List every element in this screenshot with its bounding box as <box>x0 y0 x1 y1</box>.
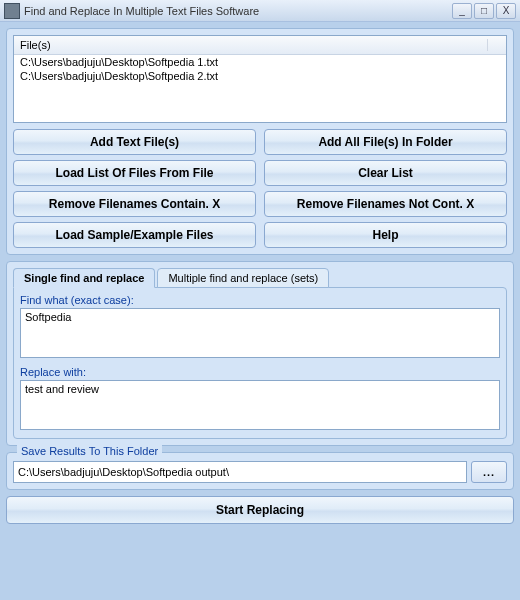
titlebar: Find and Replace In Multiple Text Files … <box>0 0 520 22</box>
replace-label: Replace with: <box>20 366 500 378</box>
file-row[interactable]: C:\Users\badjuju\Desktop\Softpedia 1.txt <box>14 55 506 69</box>
remove-contain-button[interactable]: Remove Filenames Contain. X <box>13 191 256 217</box>
find-replace-panel: Single find and replace Multiple find an… <box>6 261 514 446</box>
window-title: Find and Replace In Multiple Text Files … <box>24 5 450 17</box>
file-list-header[interactable]: File(s) <box>14 36 506 55</box>
save-folder-fieldset: Save Results To This Folder ... <box>6 452 514 490</box>
tab-multiple[interactable]: Multiple find and replace (sets) <box>157 268 329 288</box>
file-list[interactable]: File(s) C:\Users\badjuju\Desktop\Softped… <box>13 35 507 123</box>
app-icon <box>4 3 20 19</box>
minimize-button[interactable]: _ <box>452 3 472 19</box>
file-row[interactable]: C:\Users\badjuju\Desktop\Softpedia 2.txt <box>14 69 506 83</box>
file-panel: File(s) C:\Users\badjuju\Desktop\Softped… <box>6 28 514 255</box>
replace-input[interactable] <box>20 380 500 430</box>
browse-button[interactable]: ... <box>471 461 507 483</box>
save-path-input[interactable] <box>13 461 467 483</box>
main-panel: File(s) C:\Users\badjuju\Desktop\Softped… <box>0 22 520 600</box>
find-label: Find what (exact case): <box>20 294 500 306</box>
save-folder-legend: Save Results To This Folder <box>17 445 162 457</box>
load-list-button[interactable]: Load List Of Files From File <box>13 160 256 186</box>
tab-body-single: Find what (exact case): Replace with: <box>13 287 507 439</box>
file-buttons-grid: Add Text File(s) Add All File(s) In Fold… <box>13 129 507 248</box>
close-button[interactable]: X <box>496 3 516 19</box>
maximize-button[interactable]: □ <box>474 3 494 19</box>
help-button[interactable]: Help <box>264 222 507 248</box>
add-folder-button[interactable]: Add All File(s) In Folder <box>264 129 507 155</box>
clear-list-button[interactable]: Clear List <box>264 160 507 186</box>
files-column-header[interactable]: File(s) <box>20 39 488 51</box>
add-files-button[interactable]: Add Text File(s) <box>13 129 256 155</box>
find-input[interactable] <box>20 308 500 358</box>
save-path-row: ... <box>13 461 507 483</box>
tabs: Single find and replace Multiple find an… <box>13 268 507 288</box>
load-sample-button[interactable]: Load Sample/Example Files <box>13 222 256 248</box>
remove-not-contain-button[interactable]: Remove Filenames Not Cont. X <box>264 191 507 217</box>
start-replacing-button[interactable]: Start Replacing <box>6 496 514 524</box>
tab-single[interactable]: Single find and replace <box>13 268 155 288</box>
files-column-spacer <box>488 39 500 51</box>
